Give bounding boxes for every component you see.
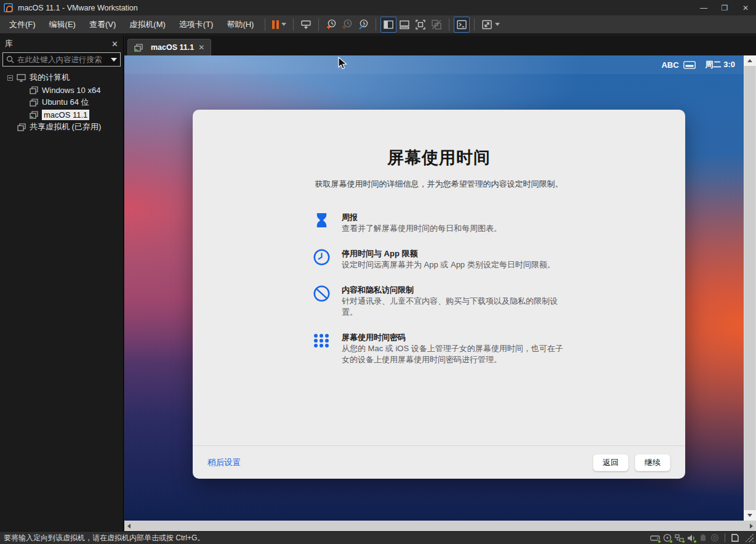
window-title: macOS 11.1 - VMware Workstation — [18, 4, 138, 12]
set-up-later-link[interactable]: 稍后设置 — [207, 457, 241, 468]
snapshot-manage-icon — [358, 18, 369, 30]
sound-status-icon[interactable] — [687, 534, 696, 542]
snapshot-clock-plus-icon — [326, 18, 337, 30]
screen-time-dialog: 屏幕使用时间 获取屏幕使用时间的详细信息，并为您希望管理的内容设定时间限制。 周… — [193, 110, 685, 479]
menu-toolbar-row: 文件(F) 编辑(E) 查看(V) 虚拟机(M) 选项卡(T) 帮助(H) — [0, 15, 756, 36]
show-library-toggle[interactable] — [380, 17, 396, 33]
pause-icon — [272, 20, 279, 29]
thumbnail-bar-icon — [399, 19, 410, 30]
usb-status-icon[interactable] — [699, 534, 707, 542]
continue-button[interactable]: 继续 — [635, 454, 670, 471]
tree-item-windows10[interactable]: Windows 10 x64 — [0, 84, 123, 96]
revert-snapshot-button[interactable] — [339, 17, 355, 33]
dialog-footer: 稍后设置 返回 继续 — [193, 445, 685, 479]
title-bar: macOS 11.1 - VMware Workstation — ❐ ✕ — [0, 0, 756, 15]
harddisk-status-icon[interactable] — [650, 534, 660, 542]
scroll-up-arrow[interactable] — [744, 55, 756, 66]
horizontal-scrollbar[interactable] — [124, 521, 756, 531]
fullscreen-icon — [415, 19, 426, 30]
snapshot-revert-icon — [342, 18, 353, 30]
resize-grip[interactable] — [745, 534, 754, 542]
tree-item-shared-vms[interactable]: 共享虚拟机 (已弃用) — [0, 121, 123, 133]
selected-vm-label[interactable]: macOS 11.1 — [42, 110, 89, 120]
feature-weekly-reports: 周报 查看并了解屏幕使用时间的每日和每周图表。 — [312, 212, 566, 234]
send-ctrl-alt-del-button[interactable] — [298, 17, 314, 33]
vm-icon — [30, 99, 38, 107]
menu-tabs[interactable]: 选项卡(T) — [172, 16, 220, 33]
status-separator — [725, 534, 725, 542]
passcode-dots-icon — [312, 332, 331, 365]
stretch-guest-button[interactable] — [479, 17, 502, 33]
hourglass-icon — [312, 212, 331, 234]
menu-bar-clock[interactable]: 周二 3:0 — [706, 59, 735, 70]
chevron-down-icon[interactable] — [495, 23, 500, 26]
unity-mode-icon — [431, 19, 442, 30]
macos-menu-bar: ABC 周二 3:0 — [124, 55, 744, 74]
vertical-scroll-thumb[interactable] — [744, 66, 755, 510]
computer-icon — [17, 74, 26, 82]
vm-running-icon — [134, 44, 143, 52]
library-panel-icon — [383, 19, 394, 30]
feature-list: 周报 查看并了解屏幕使用时间的每日和每周图表。 停用时间与 App 限额 设定时… — [312, 212, 566, 365]
prohibit-icon — [312, 285, 331, 318]
feature-downtime-app-limits: 停用时间与 App 限额 设定时间远离屏幕并为 App 或 App 类别设定每日… — [312, 248, 566, 270]
tree-item-ubuntu[interactable]: Ubuntu 64 位 — [0, 96, 123, 108]
console-icon — [456, 19, 467, 30]
tab-label[interactable]: macOS 11.1 — [151, 43, 194, 52]
show-thumbnail-bar-toggle[interactable] — [396, 17, 412, 33]
take-snapshot-button[interactable] — [323, 17, 339, 33]
tab-bar: macOS 11.1 ✕ — [124, 36, 756, 55]
manage-snapshots-button[interactable] — [355, 17, 371, 33]
menu-vm[interactable]: 虚拟机(M) — [123, 16, 172, 33]
maximize-button[interactable]: ❐ — [714, 0, 735, 15]
collapse-icon[interactable] — [7, 75, 13, 81]
fullscreen-button[interactable] — [412, 17, 428, 33]
vmware-workstation-window: macOS 11.1 - VMware Workstation — ❐ ✕ 文件… — [0, 0, 756, 544]
scroll-left-arrow[interactable] — [127, 524, 131, 529]
search-icon — [6, 55, 14, 63]
feature-screen-time-passcode: 屏幕使用时间密码 从您的 Mac 或 iOS 设备上管理子女的屏幕使用时间，也可… — [312, 332, 566, 365]
tab-close-icon[interactable]: ✕ — [198, 43, 204, 52]
status-message: 要将输入定向到该虚拟机，请在虚拟机内部单击或按 Ctrl+G。 — [4, 533, 204, 543]
chevron-down-icon[interactable] — [281, 23, 286, 26]
search-filter-dropdown-icon[interactable] — [111, 58, 117, 62]
vm-console-screen[interactable]: ABC 周二 3:0 屏幕使用时间 获取屏幕使用时间的详细信息，并为您希望管理的… — [124, 55, 744, 521]
tree-item-macos[interactable]: macOS 11.1 — [0, 108, 123, 121]
menu-edit[interactable]: 编辑(E) — [42, 16, 82, 33]
menu-view[interactable]: 查看(V) — [82, 16, 123, 33]
tree-item-my-computer[interactable]: 我的计算机 — [0, 71, 123, 84]
library-search-box[interactable] — [2, 52, 121, 67]
shared-vm-icon — [17, 123, 26, 131]
menu-help[interactable]: 帮助(H) — [220, 16, 260, 33]
keyboard-icon — [683, 61, 696, 69]
library-close-icon[interactable]: ✕ — [111, 39, 118, 49]
scroll-down-arrow[interactable] — [744, 510, 756, 521]
minimize-button[interactable]: — — [693, 0, 714, 15]
back-button[interactable]: 返回 — [593, 454, 629, 471]
feature-content-privacy: 内容和隐私访问限制 针对通讯录、儿童不宜内容、购买与下载项以及隐私的限制设置。 — [312, 285, 566, 318]
dialog-title: 屏幕使用时间 — [193, 147, 685, 169]
input-source-item[interactable]: ABC — [661, 60, 695, 70]
network-status-icon[interactable] — [675, 534, 684, 542]
input-source-label: ABC — [661, 60, 678, 70]
pause-vm-button[interactable] — [270, 17, 289, 33]
library-title: 库 — [5, 38, 13, 49]
search-input[interactable] — [14, 55, 111, 64]
clock-icon — [312, 248, 331, 270]
cdrom-status-icon[interactable] — [663, 534, 672, 542]
menu-file[interactable]: 文件(F) — [2, 16, 42, 33]
notifications-icon[interactable] — [731, 534, 739, 542]
scroll-right-arrow[interactable] — [750, 524, 753, 529]
console-view-toggle[interactable] — [454, 17, 470, 33]
mouse-cursor — [338, 57, 347, 70]
vmware-logo-icon — [4, 3, 13, 12]
unity-mode-button[interactable] — [428, 17, 444, 33]
stretch-icon — [481, 19, 493, 30]
vertical-scrollbar[interactable] — [744, 55, 756, 521]
toolbar-separator — [265, 18, 265, 31]
printer-status-icon[interactable] — [710, 534, 719, 542]
vm-tree: 我的计算机 Windows 10 x64 Ubuntu 64 位 macOS 1… — [0, 71, 123, 133]
tab-macos[interactable]: macOS 11.1 ✕ — [127, 39, 211, 55]
close-button[interactable]: ✕ — [735, 0, 756, 15]
library-sidebar: 库 ✕ 我的计算机 Windows 10 x64 — [0, 36, 124, 531]
